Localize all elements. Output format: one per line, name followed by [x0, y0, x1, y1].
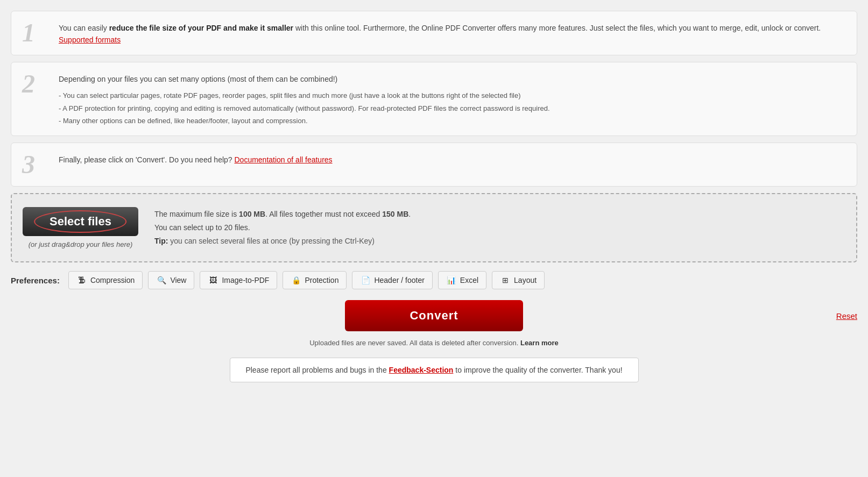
step-2-content: Depending on your files you can set many… — [59, 71, 846, 127]
feedback-section-link[interactable]: Feedback-Section — [389, 366, 454, 374]
select-files-button[interactable]: Select files — [23, 207, 138, 236]
convert-row: Convert Reset — [11, 300, 857, 331]
pref-excel-label: Excel — [460, 276, 478, 284]
step-1-box: 1 You can easily reduce the file size of… — [11, 11, 857, 55]
header-footer-icon: 📄 — [360, 276, 371, 284]
pref-image-to-pdf-label: Image-to-PDF — [222, 276, 269, 284]
pref-image-to-pdf-button[interactable]: 🖼 Image-to-PDF — [200, 271, 277, 289]
upload-area: Select files (or just drag&drop your fil… — [11, 193, 857, 262]
step-1-content: You can easily reduce the file size of y… — [59, 20, 846, 46]
feedback-bar: Please report all problems and bugs in t… — [230, 358, 639, 382]
pref-header-footer-button[interactable]: 📄 Header / footer — [352, 271, 432, 289]
upload-info: The maximum file size is 100 MB. All fil… — [154, 208, 845, 248]
step-3-number: 3 — [22, 152, 50, 177]
pref-compression-label: Compression — [90, 276, 135, 284]
step-1-text: You can easily reduce the file size of y… — [59, 22, 846, 46]
step-3-text: Finally, please click on 'Convert'. Do y… — [59, 154, 846, 166]
step-2-bullet-3: - Many other options can be defined, lik… — [59, 115, 846, 127]
supported-formats-link[interactable]: Supported formats — [59, 35, 121, 44]
pref-protection-label: Protection — [305, 276, 338, 284]
preferences-row: Preferences: 🗜 Compression 🔍 View 🖼 Imag… — [11, 271, 857, 289]
feedback-pre: Please report all problems and bugs in t… — [245, 366, 389, 374]
view-icon: 🔍 — [156, 276, 167, 284]
pref-excel-button[interactable]: 📊 Excel — [438, 271, 486, 289]
privacy-note: Uploaded files are never saved. All data… — [11, 339, 857, 347]
step-2-number: 2 — [22, 71, 50, 97]
layout-icon: ⊞ — [500, 276, 511, 284]
select-files-wrap: Select files (or just drag&drop your fil… — [23, 207, 138, 248]
learn-more-link[interactable]: Learn more — [520, 339, 559, 347]
step-3-box: 3 Finally, please click on 'Convert'. Do… — [11, 143, 857, 187]
step-2-box: 2 Depending on your files you can set ma… — [11, 62, 857, 137]
select-files-label: Select files — [50, 215, 111, 228]
step-1-number: 1 — [22, 20, 50, 46]
pref-protection-button[interactable]: 🔒 Protection — [283, 271, 347, 289]
upload-tip: Tip: you can select several files at onc… — [154, 234, 845, 248]
step-2-bullet-2: - A PDF protection for printing, copying… — [59, 102, 846, 115]
step-2-bullet-1: - You can select particular pages, rotat… — [59, 89, 846, 102]
privacy-text: Uploaded files are never saved. All data… — [309, 339, 518, 347]
drag-drop-text: (or just drag&drop your files here) — [29, 240, 133, 248]
pref-compression-button[interactable]: 🗜 Compression — [68, 271, 143, 289]
pref-layout-label: Layout — [514, 276, 537, 284]
convert-button[interactable]: Convert — [345, 300, 523, 331]
excel-icon: 📊 — [446, 276, 457, 284]
feedback-post: to improve the quality of the converter.… — [453, 366, 622, 374]
reset-label: Reset — [836, 311, 857, 321]
preferences-label: Preferences: — [11, 276, 60, 285]
pref-view-button[interactable]: 🔍 View — [148, 271, 194, 289]
protection-icon: 🔒 — [291, 276, 301, 284]
upload-size-info: The maximum file size is 100 MB. All fil… — [154, 208, 845, 234]
pref-view-label: View — [170, 276, 186, 284]
convert-label: Convert — [410, 309, 458, 322]
image-to-pdf-icon: 🖼 — [208, 276, 218, 284]
compression-icon: 🗜 — [76, 276, 87, 284]
step-2-main: Depending on your files you can set many… — [59, 73, 846, 85]
pref-header-footer-label: Header / footer — [374, 276, 424, 284]
pref-layout-button[interactable]: ⊞ Layout — [492, 271, 545, 289]
reset-link[interactable]: Reset — [836, 311, 857, 321]
documentation-link[interactable]: Documentation of all features — [234, 155, 332, 164]
step-2-bullets: - You can select particular pages, rotat… — [59, 89, 846, 127]
step-3-content: Finally, please click on 'Convert'. Do y… — [59, 152, 846, 166]
